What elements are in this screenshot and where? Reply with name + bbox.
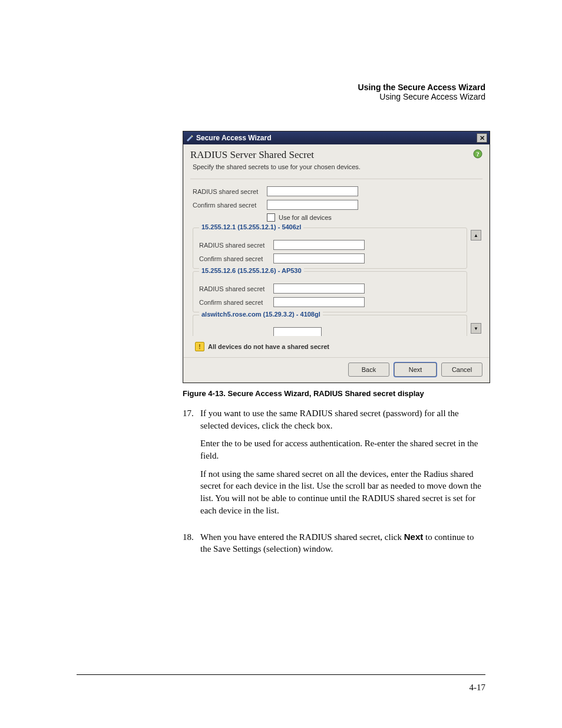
help-icon[interactable]: ? xyxy=(473,149,482,159)
secure-access-wizard-dialog: Secure Access Wizard ✕ RADIUS Server Sha… xyxy=(183,131,490,383)
next-bold: Next xyxy=(404,532,424,542)
dialog-subheading: Specify the shared secrets to use for yo… xyxy=(193,163,482,170)
chevron-up-icon: ▲ xyxy=(474,233,478,238)
warning-icon: ! xyxy=(195,342,204,351)
device-confirm-input[interactable] xyxy=(273,253,365,263)
wizard-icon xyxy=(186,134,194,142)
device-radius-label: RADIUS shared secret xyxy=(199,242,273,249)
text-span: field. xyxy=(200,451,219,460)
device-group: alswitch5.rose.com (15.29.3.2) - 4108gl xyxy=(193,315,467,336)
step-number: 17. xyxy=(183,407,200,523)
text-span: to be used for access authentication. Re… xyxy=(234,439,478,448)
device-legend: 15.255.12.1 (15.255.12.1) - 5406zl xyxy=(199,223,303,230)
scroll-up-button[interactable]: ▲ xyxy=(471,230,481,241)
back-button-label: Back xyxy=(362,366,376,373)
step-number: 18. xyxy=(183,531,200,561)
global-confirm-input[interactable] xyxy=(267,200,358,210)
step-17-p1: If you want to use the same RADIUS share… xyxy=(200,407,485,431)
close-button[interactable]: ✕ xyxy=(477,133,487,143)
device-confirm-label: Confirm shared secret xyxy=(199,255,273,262)
close-icon: ✕ xyxy=(480,135,485,141)
chevron-down-icon: ▼ xyxy=(474,326,478,331)
header-title: Using the Secure Access Wizard xyxy=(0,83,485,92)
divider xyxy=(190,179,482,179)
device-legend: 15.255.12.6 (15.255.12.6) - AP530 xyxy=(199,267,304,274)
scroll-down-button[interactable]: ▼ xyxy=(471,323,481,334)
button-bar: Back Next Cancel xyxy=(183,357,490,383)
next-button-label: Next xyxy=(409,366,422,373)
device-confirm-input[interactable] xyxy=(273,297,365,307)
device-list-scrollbar[interactable]: ▲ ▼ xyxy=(471,230,480,334)
back-button[interactable]: Back xyxy=(348,363,389,377)
figure-caption: Figure 4-13. Secure Access Wizard, RADIU… xyxy=(183,389,485,398)
device-group: 15.255.12.1 (15.255.12.1) - 5406zl RADIU… xyxy=(193,228,467,269)
device-confirm-label: Confirm shared secret xyxy=(199,299,273,306)
cancel-button[interactable]: Cancel xyxy=(441,363,482,377)
page-number: 4-17 xyxy=(470,683,486,693)
step-17-p2: Enter the to be used for access authenti… xyxy=(200,437,485,462)
dialog-heading-row: RADIUS Server Shared Secret ? xyxy=(190,149,482,161)
step-18: 18. When you have entered the RADIUS sha… xyxy=(183,531,485,561)
next-button[interactable]: Next xyxy=(394,363,437,377)
page-header: Using the Secure Access Wizard Using Sec… xyxy=(0,83,485,101)
device-radius-input-partial[interactable] xyxy=(273,327,322,336)
device-group: 15.255.12.6 (15.255.12.6) - AP530 RADIUS… xyxy=(193,271,467,312)
step-18-p1: When you have entered the RADIUS shared … xyxy=(200,531,485,555)
device-radius-input[interactable] xyxy=(273,240,365,250)
titlebar: Secure Access Wizard ✕ xyxy=(183,131,490,144)
text-span: When you have entered the RADIUS shared … xyxy=(200,532,404,542)
device-legend: alswitch5.rose.com (15.29.3.2) - 4108gl xyxy=(199,311,323,318)
titlebar-text: Secure Access Wizard xyxy=(196,134,272,142)
footer-rule xyxy=(77,674,485,675)
global-confirm-label: Confirm shared secret xyxy=(193,202,267,209)
warning-text: All devices do not have a shared secret xyxy=(208,343,329,350)
global-radius-input[interactable] xyxy=(267,186,358,196)
warning-row: ! All devices do not have a shared secre… xyxy=(193,338,480,357)
device-radius-input[interactable] xyxy=(273,284,365,294)
header-subtitle: Using Secure Access Wizard xyxy=(0,92,485,101)
step-17-p3: If not using the same shared secret on a… xyxy=(200,468,485,517)
text-span: Enter the xyxy=(200,439,234,448)
dialog-heading: RADIUS Server Shared Secret xyxy=(190,149,314,161)
global-radius-label: RADIUS shared secret xyxy=(193,188,267,195)
cancel-button-label: Cancel xyxy=(452,366,472,373)
text-span: check box. xyxy=(295,421,333,430)
svg-text:?: ? xyxy=(476,150,480,157)
step-17: 17. If you want to use the same RADIUS s… xyxy=(183,407,485,523)
use-all-label: Use for all devices xyxy=(279,214,332,221)
device-radius-label: RADIUS shared secret xyxy=(199,285,273,292)
use-all-checkbox[interactable] xyxy=(267,213,275,222)
